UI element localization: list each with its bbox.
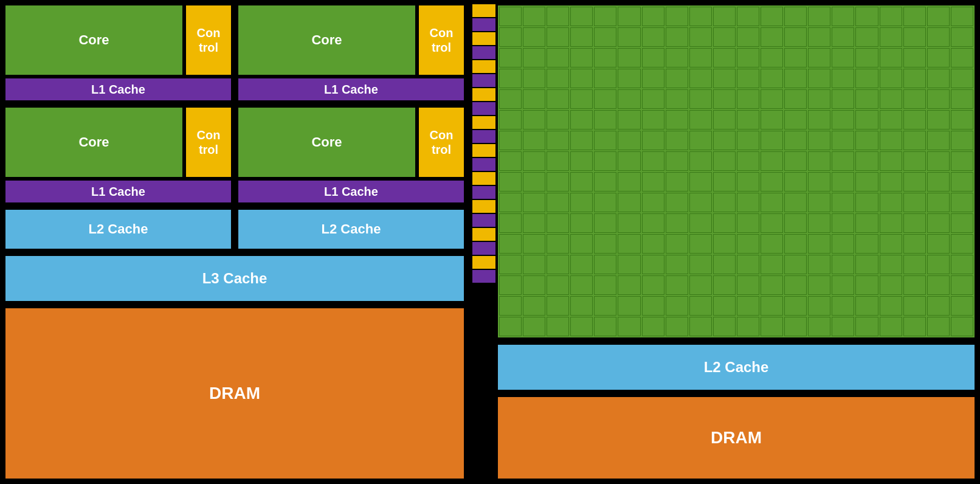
- gpu-core-cell: [547, 27, 569, 47]
- gpu-core-cell: [855, 110, 878, 130]
- gpu-core-cell: [642, 317, 664, 336]
- gpu-core-cell: [689, 296, 712, 316]
- gpu-core-cell: [666, 151, 688, 171]
- gpu-core-cell: [618, 317, 640, 336]
- stripe-segment: [472, 18, 496, 32]
- gpu-core-cell: [927, 151, 950, 171]
- stripe-segment: [472, 199, 496, 213]
- core-and-control-1-1: Core Control: [4, 4, 233, 77]
- gpu-core-cell: [713, 131, 736, 150]
- gpu-core-cell: [642, 48, 664, 67]
- gpu-core-cell: [832, 317, 854, 336]
- gpu-core-cell: [927, 317, 950, 336]
- gpu-core-cell: [689, 317, 712, 336]
- core-group-1-2: Core Control L1 Cache: [236, 4, 466, 102]
- gpu-core-cell: [523, 151, 545, 171]
- gpu-core-cell: [927, 296, 950, 316]
- gpu-core-cell: [761, 27, 783, 47]
- gpu-core-cell: [761, 110, 783, 130]
- stripe-segment: [472, 102, 496, 116]
- gpu-core-cell: [784, 213, 807, 233]
- l2-row: L2 Cache L2 Cache: [4, 208, 466, 251]
- core-block-2-2: Core: [236, 106, 417, 179]
- gpu-core-cell: [523, 193, 545, 212]
- gpu-core-cell: [808, 255, 830, 274]
- gpu-core-cell: [903, 27, 926, 47]
- gpu-core-cell: [570, 7, 593, 26]
- gpu-core-cell: [547, 275, 569, 295]
- gpu-core-cell: [642, 255, 664, 274]
- gpu-core-cell: [927, 193, 950, 212]
- stripe-segment: [472, 213, 496, 227]
- gpu-core-cell: [903, 7, 926, 26]
- gpu-core-cell: [761, 234, 783, 254]
- gpu-core-cell: [761, 213, 783, 233]
- gpu-core-cell: [832, 69, 854, 88]
- gpu-core-cell: [737, 27, 759, 47]
- l2-cache-left: L2 Cache: [4, 208, 233, 251]
- gpu-core-cell: [594, 89, 616, 109]
- gpu-core-cell: [642, 172, 664, 192]
- gpu-core-cell: [951, 234, 973, 254]
- stripe-segment: [472, 185, 496, 199]
- left-panel: Core Control L1 Cache Core Cont: [4, 4, 466, 480]
- gpu-core-cell: [499, 172, 522, 192]
- gpu-core-cell: [903, 213, 926, 233]
- left-dram: DRAM: [4, 306, 466, 480]
- control-label-1-1: Control: [197, 26, 221, 55]
- gpu-core-cell: [927, 255, 950, 274]
- gpu-core-cell: [855, 89, 878, 109]
- gpu-core-cell: [784, 131, 807, 150]
- gpu-core-cell: [523, 69, 545, 88]
- gpu-core-cell: [927, 69, 950, 88]
- gpu-core-cell: [951, 213, 973, 233]
- gpu-core-cell: [499, 234, 522, 254]
- gpu-core-cell: [903, 275, 926, 295]
- core-label-2-1: Core: [78, 134, 109, 150]
- gpu-core-cell: [761, 255, 783, 274]
- gpu-l2-cache: L2 Cache: [496, 343, 976, 392]
- core-label-2-2: Core: [311, 134, 342, 150]
- gpu-core-cell: [880, 27, 902, 47]
- gpu-core-cell: [855, 7, 878, 26]
- gpu-core-cell: [713, 27, 736, 47]
- gpu-core-cell: [880, 275, 902, 295]
- control-label-2-1: Control: [197, 128, 221, 157]
- gpu-core-cell: [951, 7, 973, 26]
- gpu-core-cell: [642, 69, 664, 88]
- gpu-core-cell: [951, 193, 973, 212]
- gpu-core-cell: [570, 89, 593, 109]
- gpu-core-cell: [951, 69, 973, 88]
- gpu-cores-grid: [496, 4, 976, 339]
- gpu-core-cell: [594, 69, 616, 88]
- gpu-core-cell: [689, 255, 712, 274]
- l1-cache-1-1: L1 Cache: [4, 77, 233, 102]
- gpu-core-cell: [618, 193, 640, 212]
- control-label-2-2: Control: [430, 128, 454, 157]
- gpu-core-cell: [570, 69, 593, 88]
- gpu-core-cell: [499, 27, 522, 47]
- core-group-1-1: Core Control L1 Cache: [4, 4, 233, 102]
- stripe-segment: [472, 88, 496, 102]
- gpu-core-cell: [951, 172, 973, 192]
- gpu-core-cell: [642, 234, 664, 254]
- gpu-content: L2 Cache DRAM: [496, 4, 976, 480]
- gpu-core-cell: [499, 48, 522, 67]
- core-and-control-2-1: Core Control: [4, 106, 233, 179]
- gpu-core-cell: [761, 172, 783, 192]
- gpu-core-cell: [713, 7, 736, 26]
- gpu-core-cell: [855, 213, 878, 233]
- gpu-core-cell: [761, 151, 783, 171]
- gpu-core-cell: [570, 296, 593, 316]
- gpu-core-cell: [594, 275, 616, 295]
- gpu-core-cell: [808, 151, 830, 171]
- gpu-core-cell: [499, 213, 522, 233]
- gpu-core-cell: [570, 275, 593, 295]
- gpu-core-cell: [855, 234, 878, 254]
- gpu-core-cell: [570, 255, 593, 274]
- gpu-core-cell: [618, 69, 640, 88]
- gpu-core-cell: [951, 275, 973, 295]
- gpu-core-cell: [737, 110, 759, 130]
- gpu-core-cell: [761, 131, 783, 150]
- gpu-core-cell: [784, 48, 807, 67]
